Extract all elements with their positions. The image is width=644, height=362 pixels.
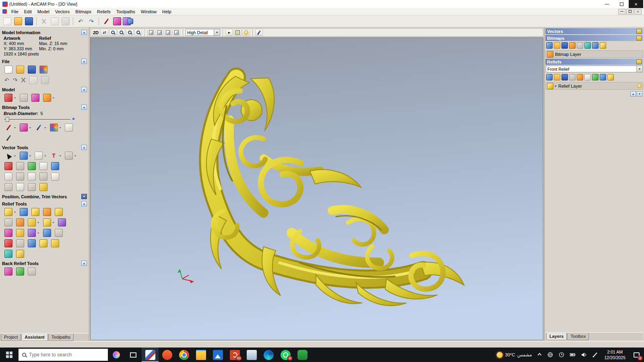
offset-relief-icon[interactable] [51,239,59,247]
export-model-icon[interactable] [43,94,51,102]
dropdown-arrow-icon[interactable]: ▼ [636,66,642,72]
flyout-arrow-icon[interactable]: ▸ [38,221,39,224]
taskbar-notepad-button[interactable] [243,348,260,362]
slider-handle[interactable] [6,117,9,122]
create-ring-icon[interactable] [4,183,12,191]
draw-light-button[interactable] [242,29,250,36]
contrast-icon[interactable] [577,42,583,49]
offset-back-relief-icon[interactable] [4,267,12,276]
reference-help-button[interactable] [112,16,122,27]
vectors-options-icon[interactable] [636,29,642,34]
transform-vectors-icon[interactable] [20,152,28,160]
flyout-arrow-icon[interactable]: ▸ [53,96,55,99]
duplicate-relief-layer-icon[interactable] [569,74,576,80]
merge-bitmap-layer-icon[interactable] [569,42,576,49]
bitmap-visibility-icon[interactable] [600,42,606,49]
sculpting-icon[interactable] [39,239,47,247]
open-model-button[interactable] [13,16,23,27]
expand-button[interactable]: ▼ [81,194,87,199]
collapse-button[interactable]: ▲ [81,30,87,35]
set-position-icon[interactable] [20,94,28,102]
flyout-arrow-icon[interactable]: ▸ [75,154,76,157]
iso-view-2-button[interactable] [156,29,163,36]
paste-along-curve-icon[interactable] [39,162,47,170]
taskbar-powerpoint-button[interactable]: 91 [226,348,243,362]
vector-doctor-icon[interactable] [51,173,59,181]
cut-button[interactable] [39,16,49,27]
grid-plane-icon[interactable] [16,239,24,247]
taskbar-search[interactable] [19,349,108,361]
open-model-icon[interactable] [16,66,24,74]
menu-bitmaps[interactable]: Bitmaps [72,8,94,15]
copilot-button[interactable] [108,348,125,362]
dropdown-arrow-icon[interactable]: ▼ [214,29,220,35]
taskbar-clock[interactable]: 2:01 AM 12/20/2025 [601,349,629,360]
new-bitmap-layer-icon[interactable] [546,42,553,49]
star-wizard-icon[interactable] [4,229,12,237]
create-curve-icon[interactable] [4,173,12,181]
taskbar-whatsapp-button[interactable]: 6 [277,348,294,362]
set-model-size-icon[interactable] [4,94,12,102]
menu-model[interactable]: Model [35,8,52,15]
slider-track[interactable] [4,119,70,120]
angled-plane-icon[interactable] [55,229,63,237]
move-layer-down-button[interactable]: ▼ [637,91,642,97]
flyout-arrow-icon[interactable]: ▸ [14,154,16,157]
new-model-icon[interactable] [4,66,12,74]
collapse-button[interactable]: ▲ [81,145,87,150]
flyout-arrow-icon[interactable]: ▸ [45,126,46,129]
menu-help[interactable]: Help [159,8,174,15]
3d-view-canvas[interactable] [90,37,543,340]
save-model-icon[interactable] [28,66,36,74]
flyout-arrow-icon[interactable]: ▸ [30,126,31,129]
create-plane-icon[interactable] [20,208,28,216]
lock-relief-layer-icon[interactable] [600,74,606,80]
view-along-y-button[interactable] [173,29,180,36]
undo-button[interactable]: ↶ [75,16,86,27]
copy-icon[interactable] [29,76,37,84]
paste-icon[interactable] [41,76,49,84]
bitmap-layer-row[interactable]: Bitmap Layer [545,50,643,58]
save-relief-layer-icon[interactable] [561,74,568,80]
collapse-button[interactable]: ▲ [81,59,87,64]
two-rail-sweep-icon[interactable] [28,218,36,226]
move-layer-up-button[interactable]: ▲ [630,91,636,97]
flyout-arrow-icon[interactable]: ▸ [60,126,62,129]
view-along-x-button[interactable] [164,29,172,36]
paint-icon[interactable] [4,123,12,132]
dome-wizard-icon[interactable] [16,229,24,237]
swirl-wizard-icon[interactable] [28,229,36,237]
node-editing-icon[interactable] [51,162,59,170]
zoom-fit-button[interactable] [134,29,142,36]
copy-button[interactable] [50,16,60,27]
action-center-button[interactable]: 2 [629,348,644,362]
weave-wizard-icon[interactable] [16,218,24,226]
flyout-arrow-icon[interactable]: ▸ [14,126,16,129]
taskbar-brave-button[interactable] [159,348,175,362]
emboss-wizard-icon[interactable] [58,218,66,226]
pen-icon[interactable] [592,352,599,358]
relief-calculate-icon[interactable] [584,74,591,80]
taskbar-artcam-button[interactable] [142,348,159,362]
flyout-arrow-icon[interactable]: ▸ [60,154,62,157]
save-bitmap-layer-icon[interactable] [561,42,568,49]
back-relief-stack-icon[interactable] [28,267,36,276]
layer-visibility-bulb-icon[interactable] [637,84,642,88]
iso-view-1-button[interactable] [147,29,155,36]
pan-view-button[interactable]: ⇄ [101,29,108,36]
zoom-in-button[interactable] [109,29,117,36]
arc-icon[interactable] [39,173,47,181]
smooth-curve-icon[interactable] [16,173,24,181]
menu-window[interactable]: Window [138,8,159,15]
shading-setup-button[interactable] [255,29,263,36]
search-input[interactable] [29,352,104,358]
text-abc-icon[interactable] [28,162,36,170]
3d-scene[interactable] [91,38,543,340]
spin-icon[interactable] [43,208,51,216]
new-model-button[interactable] [2,16,12,27]
toggle-2d-view-button[interactable]: 2D [92,29,100,36]
volume-icon[interactable] [581,352,587,358]
shape-editor-icon[interactable] [4,208,12,216]
bitmap-to-vector-icon[interactable] [16,162,24,170]
draw-icon[interactable] [35,123,43,132]
